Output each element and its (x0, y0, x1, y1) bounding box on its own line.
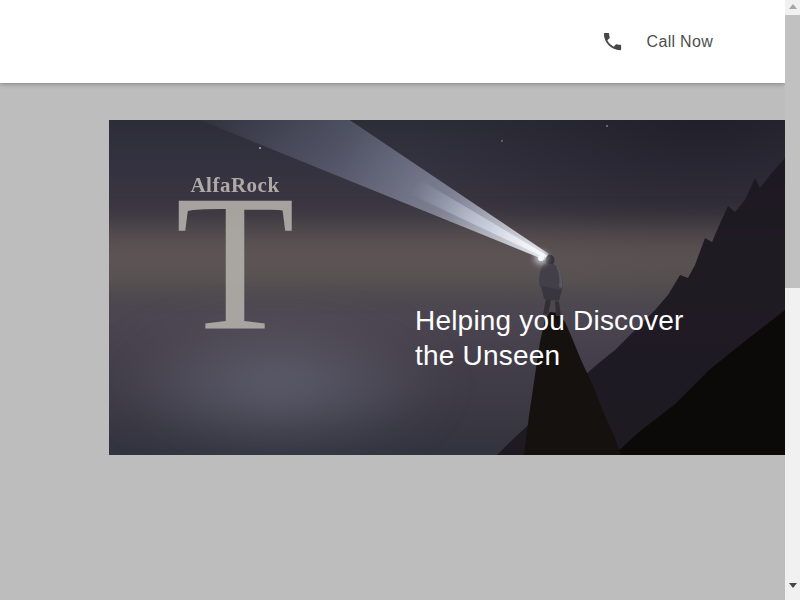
hero-headline: Helping you Discover the Unseen (415, 303, 684, 373)
flashlight-beam (173, 120, 568, 297)
flashlight-beam-core (410, 179, 551, 265)
headlamp-glow (538, 255, 544, 261)
headline-line-2: the Unseen (415, 338, 684, 373)
site-header: Call Now (0, 0, 785, 83)
brand-logo: AlfaRock T (175, 175, 295, 336)
hero-image: AlfaRock T Helping you Discover the Unse… (109, 120, 785, 455)
star-dot (606, 125, 608, 127)
chevron-down-icon (789, 583, 797, 588)
chevron-up-icon (789, 4, 797, 9)
fog-layer (109, 210, 785, 300)
vertical-scrollbar[interactable] (785, 0, 800, 600)
star-dot (501, 140, 503, 142)
scrollbar-up-button[interactable] (785, 0, 800, 15)
phone-icon[interactable] (601, 30, 625, 54)
scrollbar-thumb[interactable] (785, 15, 800, 288)
headline-line-1: Helping you Discover (415, 303, 684, 338)
browser-viewport: Call Now (0, 0, 800, 600)
mountain-silhouette (109, 120, 785, 455)
scrollbar-down-button[interactable] (785, 576, 800, 591)
brand-initial: T (175, 196, 295, 336)
brand-name: AlfaRock (175, 175, 295, 196)
sky-dark-corner (109, 120, 785, 455)
call-now-label[interactable]: Call Now (647, 33, 713, 51)
brand-initial-glyph: T (175, 196, 295, 336)
star-dot (259, 147, 261, 149)
